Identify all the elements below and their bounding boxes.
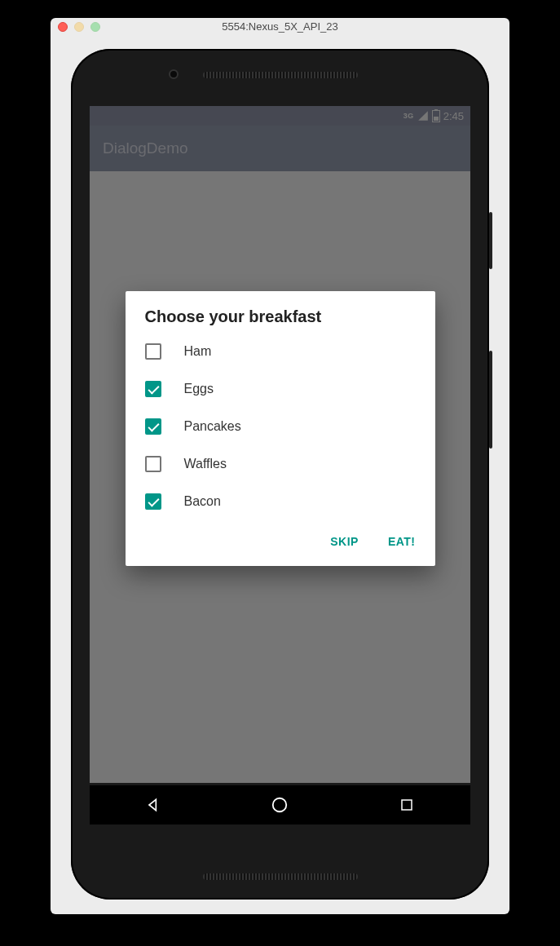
option-eggs[interactable]: Eggs [126,370,435,408]
eat-button[interactable]: EAT! [383,528,421,555]
recents-icon[interactable] [398,796,416,814]
speaker-icon [203,873,358,880]
android-navbar [90,785,470,824]
mac-titlebar: 5554:Nexus_5X_API_23 [51,18,509,36]
skip-button[interactable]: SKIP [325,528,364,555]
device-screen: 3G 2:45 DialogDemo Choose your breakfast… [90,106,470,783]
svg-point-3 [273,798,287,812]
option-ham[interactable]: Ham [126,333,435,370]
volume-button [489,351,492,449]
home-icon[interactable] [271,796,289,814]
option-waffles[interactable]: Waffles [126,445,435,483]
checkbox-icon[interactable] [145,456,161,472]
earpiece-icon [203,72,358,78]
option-label: Bacon [184,494,221,509]
dialog-actions: SKIP EAT! [126,520,435,566]
option-label: Eggs [184,382,214,396]
dialog-title: Choose your breakfast [126,307,435,333]
option-bacon[interactable]: Bacon [126,483,435,520]
power-button [489,212,492,269]
camera-icon [169,69,179,79]
dialog-scrim[interactable]: Choose your breakfast Ham Eggs Pancakes [90,106,470,783]
checkbox-icon[interactable] [145,418,161,435]
option-label: Pancakes [184,419,241,434]
emulator-title: 5554:Nexus_5X_API_23 [51,20,509,33]
option-label: Waffles [184,457,227,471]
option-pancakes[interactable]: Pancakes [126,408,435,445]
breakfast-dialog: Choose your breakfast Ham Eggs Pancakes [126,291,435,566]
checkbox-icon[interactable] [145,493,161,510]
emulator-window: 5554:Nexus_5X_API_23 3G 2:45 DialogDemo … [51,18,509,914]
back-icon[interactable] [144,796,162,814]
checkbox-icon[interactable] [145,381,161,397]
phone-frame: 3G 2:45 DialogDemo Choose your breakfast… [71,49,489,900]
checkbox-icon[interactable] [145,343,161,360]
svg-rect-4 [402,800,412,810]
option-label: Ham [184,344,212,359]
